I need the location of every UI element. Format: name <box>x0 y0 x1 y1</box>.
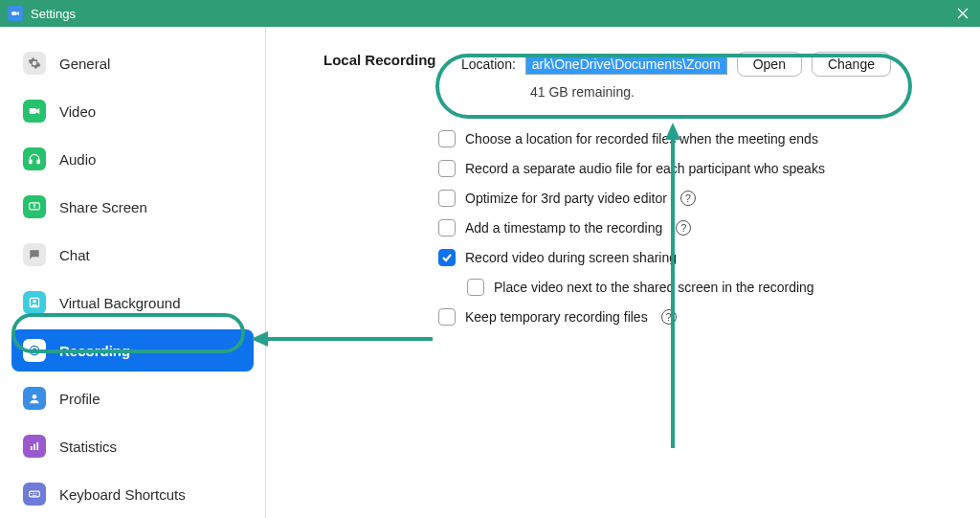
window-title: Settings <box>31 7 76 21</box>
sidebar-item-audio[interactable]: Audio <box>11 138 254 180</box>
checkbox-unchecked[interactable] <box>438 219 456 236</box>
opt-label: Record video during screen sharing <box>465 250 677 265</box>
sidebar-item-label: Statistics <box>59 439 117 455</box>
chat-icon <box>23 243 46 266</box>
checkbox-unchecked[interactable] <box>467 279 484 296</box>
sidebar-item-label: General <box>59 56 110 72</box>
opt-optimize-3rd-party[interactable]: Optimize for 3rd party video editor ? <box>438 190 942 207</box>
opt-label: Keep temporary recording files <box>465 309 648 325</box>
sidebar-item-statistics[interactable]: Statistics <box>11 425 254 467</box>
opt-add-timestamp[interactable]: Add a timestamp to the recording ? <box>438 219 942 236</box>
opt-label: Choose a location for recorded files whe… <box>465 131 818 146</box>
svg-rect-4 <box>30 160 32 164</box>
checkbox-checked[interactable] <box>438 249 456 266</box>
sidebar-item-virtual-background[interactable]: Virtual Background <box>11 282 254 324</box>
svg-rect-12 <box>31 446 33 450</box>
opt-keep-temp-files[interactable]: Keep temporary recording files ? <box>438 308 942 326</box>
svg-point-8 <box>33 300 36 304</box>
settings-main-panel: Local Recording Location: ark\OneDrive\D… <box>266 27 980 518</box>
sidebar-item-profile[interactable]: Profile <box>11 377 254 419</box>
opt-label: Place video next to the shared screen in… <box>494 280 814 295</box>
sidebar-item-video[interactable]: Video <box>11 90 254 132</box>
sidebar-item-keyboard-shortcuts[interactable]: Keyboard Shortcuts <box>11 473 254 515</box>
opt-label: Optimize for 3rd party video editor <box>465 191 667 206</box>
location-label: Location: <box>461 56 516 72</box>
svg-point-10 <box>33 349 37 353</box>
open-button[interactable]: Open <box>737 52 802 77</box>
svg-point-17 <box>33 493 34 494</box>
svg-rect-19 <box>33 495 37 496</box>
share-screen-icon <box>23 195 46 218</box>
settings-sidebar: General Video Audio Share Screen Chat Vi… <box>0 27 266 518</box>
sidebar-item-label: Virtual Background <box>59 295 180 311</box>
opt-choose-location-after[interactable]: Choose a location for recorded files whe… <box>438 130 942 147</box>
sidebar-item-label: Video <box>59 103 96 120</box>
sidebar-item-label: Share Screen <box>59 199 147 215</box>
svg-rect-14 <box>36 442 38 450</box>
svg-point-16 <box>32 493 33 494</box>
close-button[interactable] <box>953 4 972 23</box>
svg-rect-3 <box>30 108 36 114</box>
opt-label: Add a timestamp to the recording <box>465 220 662 236</box>
sidebar-item-label: Audio <box>59 151 96 168</box>
statistics-icon <box>23 435 46 458</box>
svg-point-11 <box>33 394 37 399</box>
record-icon <box>23 339 46 362</box>
help-icon[interactable]: ? <box>676 220 691 236</box>
gear-icon <box>23 52 46 75</box>
checkbox-unchecked[interactable] <box>438 308 456 326</box>
sidebar-item-label: Recording <box>59 343 130 359</box>
sidebar-item-label: Chat <box>59 247 90 263</box>
svg-point-18 <box>35 493 36 494</box>
svg-rect-0 <box>11 11 16 15</box>
sidebar-item-general[interactable]: General <box>11 42 254 84</box>
sidebar-item-label: Profile <box>59 391 100 407</box>
opt-record-video-screen-share[interactable]: Record video during screen sharing <box>438 249 942 266</box>
svg-rect-15 <box>30 491 40 497</box>
svg-rect-13 <box>33 444 35 450</box>
sidebar-item-label: Keyboard Shortcuts <box>59 486 186 503</box>
checkbox-unchecked[interactable] <box>438 190 456 207</box>
profile-icon <box>23 387 46 410</box>
headphones-icon <box>23 147 46 170</box>
opt-place-video-next-to-shared[interactable]: Place video next to the shared screen in… <box>467 279 942 296</box>
location-path[interactable]: ark\OneDrive\Documents\Zoom <box>525 54 727 75</box>
change-button[interactable]: Change <box>812 52 891 77</box>
opt-label: Record a separate audio file for each pa… <box>465 161 825 176</box>
svg-rect-5 <box>37 160 39 164</box>
checkbox-unchecked[interactable] <box>438 160 456 177</box>
help-icon[interactable]: ? <box>661 309 677 325</box>
window-titlebar: Settings <box>0 0 980 27</box>
keyboard-icon <box>23 483 46 506</box>
checkbox-unchecked[interactable] <box>438 130 456 147</box>
app-icon <box>8 6 23 21</box>
sidebar-item-share-screen[interactable]: Share Screen <box>11 186 254 228</box>
virtual-background-icon <box>23 291 46 314</box>
section-title: Local Recording <box>323 52 438 68</box>
video-icon <box>23 100 46 123</box>
storage-remaining: 41 GB remaining. <box>530 84 942 100</box>
sidebar-item-chat[interactable]: Chat <box>11 234 254 276</box>
help-icon[interactable]: ? <box>680 191 696 206</box>
opt-separate-audio[interactable]: Record a separate audio file for each pa… <box>438 160 942 177</box>
sidebar-item-recording[interactable]: Recording <box>11 329 254 372</box>
